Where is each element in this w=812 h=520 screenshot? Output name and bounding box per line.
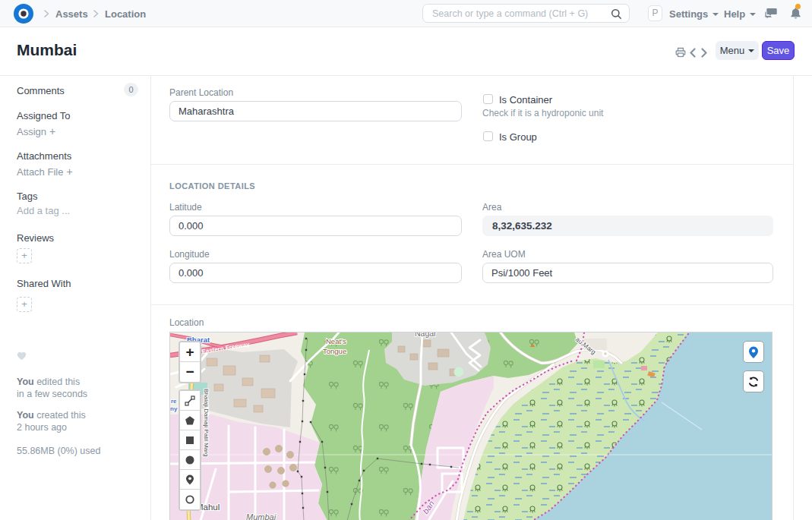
zoom-out-button[interactable]: − <box>180 362 200 382</box>
prev-document-icon[interactable] <box>689 47 697 61</box>
help-label: Help <box>724 8 745 20</box>
is-container-checkbox[interactable] <box>483 94 493 104</box>
edited-info: You edited this in a few seconds <box>17 377 87 400</box>
page-title: Mumbai <box>17 41 77 59</box>
location-map[interactable]: Bharat leum re ny Neat's Tongue Nagar au… <box>169 332 773 520</box>
zoom-in-button[interactable]: + <box>180 342 200 362</box>
parent-location-input[interactable] <box>169 101 462 121</box>
section-divider <box>151 304 794 305</box>
map-label-tongue: Tongue <box>323 347 346 355</box>
global-search <box>422 4 630 23</box>
breadcrumb-chevron-icon <box>91 9 100 18</box>
add-review-button[interactable]: + <box>17 248 32 263</box>
map-refresh-button[interactable] <box>743 370 764 392</box>
plus-icon: + <box>49 125 55 137</box>
section-divider <box>151 164 794 165</box>
chevron-down-icon <box>750 13 756 16</box>
created-action: created this <box>34 410 86 421</box>
add-share-button[interactable]: + <box>17 297 32 312</box>
draw-circlemarker-button[interactable] <box>180 490 200 509</box>
form-body: Parent Location Is Container Check if it… <box>151 76 794 520</box>
map-label-ny: ny <box>170 405 178 412</box>
draw-polygon-button[interactable] <box>180 411 200 430</box>
edited-when: in a few seconds <box>17 389 87 399</box>
search-input[interactable] <box>432 5 603 22</box>
shared-with-label: Shared With <box>17 278 71 289</box>
breadcrumb-assets[interactable]: Assets <box>55 8 88 20</box>
breadcrumb-chevron-icon <box>42 9 51 18</box>
tags-label: Tags <box>17 191 37 202</box>
storage-usage: 55.86MB (0%) used <box>17 446 100 458</box>
navbar: Assets Location P Settings Help <box>0 0 812 27</box>
area-label: Area <box>482 202 773 213</box>
is-container-label[interactable]: Is Container <box>499 94 552 106</box>
chevron-down-icon <box>748 49 754 52</box>
area-value: 8,32,635.232 <box>482 216 773 236</box>
add-tag-input[interactable]: Add a tag ... <box>17 205 70 216</box>
latitude-label: Latitude <box>169 202 462 213</box>
longitude-input[interactable] <box>169 263 462 283</box>
area-uom-input[interactable] <box>482 263 773 283</box>
chevron-down-icon <box>712 13 719 16</box>
frappe-desk-app: Assets Location P Settings Help <box>0 0 812 520</box>
map-label-re: re <box>171 398 177 405</box>
edited-by: You <box>17 377 34 387</box>
draw-polyline-button[interactable] <box>180 391 200 411</box>
map-canvas: Bharat leum re ny Neat's Tongue Nagar au… <box>170 332 773 520</box>
draw-circle-button[interactable] <box>180 450 200 470</box>
map-label-neats: Neat's <box>326 337 346 345</box>
notification-indicator <box>795 4 801 9</box>
page-layout: Comments 0 Assigned To Assign+ Attachmen… <box>0 76 812 520</box>
parent-location-label: Parent Location <box>169 87 462 98</box>
comments-label: Comments <box>17 85 65 96</box>
edited-action: edited this <box>34 377 80 387</box>
settings-menu[interactable]: Settings <box>669 8 719 20</box>
next-document-icon[interactable] <box>700 47 708 61</box>
print-icon[interactable] <box>675 47 686 61</box>
settings-label: Settings <box>669 8 708 20</box>
map-zoom-control: + − <box>179 341 201 383</box>
comments-count-badge: 0 <box>124 83 138 96</box>
attach-file-button[interactable]: Attach File+ <box>17 165 73 178</box>
is-group-checkbox[interactable] <box>483 131 493 141</box>
assign-button[interactable]: Assign+ <box>17 125 55 137</box>
latitude-input[interactable] <box>169 216 462 236</box>
chat-icon[interactable] <box>764 8 777 22</box>
save-button[interactable]: Save <box>762 41 795 60</box>
app-logo-icon[interactable] <box>14 4 33 24</box>
is-group-label[interactable]: Is Group <box>499 131 537 143</box>
search-icon <box>611 8 622 23</box>
longitude-label: Longitude <box>169 249 462 260</box>
attach-file-label: Attach File <box>17 166 63 178</box>
map-locate-button[interactable] <box>743 341 764 363</box>
like-heart-icon[interactable] <box>17 350 27 364</box>
created-info: You created this 2 hours ago <box>17 410 86 433</box>
created-when: 2 hours ago <box>17 422 67 433</box>
page-head: Mumbai Menu Save <box>0 28 812 76</box>
created-by: You <box>17 410 34 421</box>
form-sidebar: Comments 0 Assigned To Assign+ Attachmen… <box>0 76 151 520</box>
map-label-nagar: Nagar <box>415 332 437 338</box>
reviews-label: Reviews <box>17 232 54 244</box>
notifications-bell-icon[interactable] <box>790 7 801 23</box>
breadcrumb-location[interactable]: Location <box>105 8 146 20</box>
comments-section-label[interactable]: Comments 0 <box>17 85 138 96</box>
assign-label: Assign <box>17 126 46 137</box>
help-menu[interactable]: Help <box>724 8 756 20</box>
map-label-mumbai: Mumbai <box>246 512 276 520</box>
is-container-help: Check if it is a hydroponic unit <box>482 108 603 118</box>
location-details-section-heading: LOCATION DETAILS <box>169 181 255 191</box>
user-avatar[interactable]: P <box>648 5 662 21</box>
location-map-label: Location <box>169 317 462 328</box>
draw-rectangle-button[interactable] <box>180 430 200 450</box>
map-draw-toolbar <box>179 389 201 511</box>
assigned-to-label: Assigned To <box>17 110 71 121</box>
map-label-road-vertical: Bhalaji Damaji Patil Marg <box>203 389 210 456</box>
menu-button-label: Menu <box>720 45 745 56</box>
menu-button[interactable]: Menu <box>716 41 759 60</box>
draw-marker-button[interactable] <box>180 470 200 490</box>
attachments-label: Attachments <box>17 150 71 162</box>
plus-icon: + <box>66 165 72 178</box>
area-uom-label: Area UOM <box>482 249 773 260</box>
